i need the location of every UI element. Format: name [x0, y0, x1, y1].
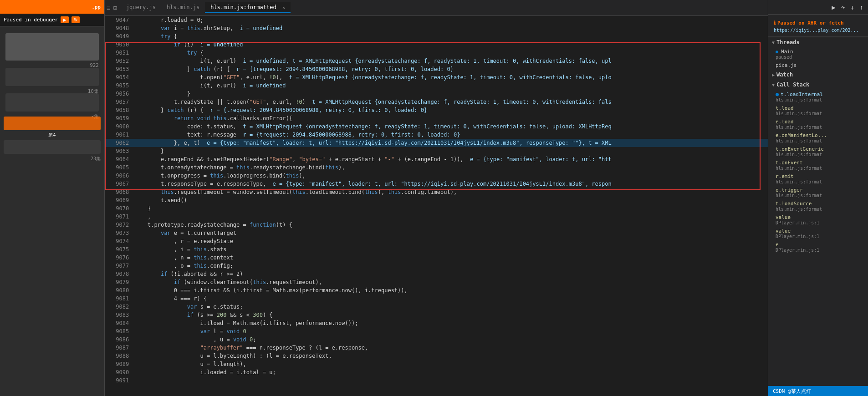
call-stack-item-3[interactable]: e.load hls.min.js:format [768, 117, 868, 131]
line-number: 9075 [105, 245, 134, 254]
line-content: 4 === r) { [134, 294, 768, 303]
tab-hls-formatted[interactable]: hls.min.js:formatted ✕ [205, 2, 291, 13]
line-number: 9056 [105, 90, 134, 98]
line-number: 9082 [105, 303, 134, 311]
call-stack-item-9[interactable]: t.loadSource hls.min.js:format [768, 199, 868, 213]
debugger-bar: Paused in debugger ▶ ↻ [0, 14, 104, 26]
step-over-icon[interactable]: ↷ [840, 3, 846, 12]
sidebar-item-2: 10集 [4, 65, 101, 89]
tab-hls-min[interactable]: hls.min.js [161, 2, 205, 13]
table-row: 9080 0 === i.tfirst && (i.tfirst = Math.… [105, 286, 768, 294]
call-stack-item-10[interactable]: value DPlayer.min.js:1 [768, 213, 868, 227]
line-number: 9081 [105, 294, 134, 303]
debugger-label: Paused in debugger [4, 17, 58, 23]
call-stack-header[interactable]: ▼ Call Stack [768, 80, 868, 90]
line-number: 9089 [105, 360, 134, 368]
table-row: 9055 i(t, e.url) i = undefined [105, 81, 768, 90]
call-stack-chevron: ▼ [772, 82, 775, 87]
watch-header[interactable]: ▶ Watch [768, 70, 868, 80]
line-number: 9088 [105, 352, 134, 360]
table-row: 9053 } catch (r) { r = {trequest: 2094.8… [105, 65, 768, 73]
line-content: u = l.length), [134, 360, 768, 368]
table-row: 9065 t.onreadystatechange = this.readyst… [105, 163, 768, 172]
code-container[interactable]: 9047 r.loaded = 0; 9048 var i = this.xhr… [105, 16, 768, 396]
call-stack-item-1[interactable]: ● t.loadInternal hls.min.js:format [768, 90, 868, 104]
resume-button[interactable]: ▶ [61, 16, 69, 23]
call-stack-item-2[interactable]: t.load hls.min.js:format [768, 104, 868, 117]
call-stack-item-5[interactable]: t.onEventGeneric hls.min.js:format [768, 145, 868, 158]
call-stack-item-12[interactable]: e DPlayer.min.js:1 [768, 240, 868, 254]
bottom-bar-text: CSDN @某人点灯 [773, 388, 811, 395]
line-content: , o = this.config; [134, 262, 768, 270]
call-stack-func-3: e.load [776, 119, 861, 125]
line-number: 9080 [105, 286, 134, 294]
tab-nav-icon-2: ⊡ [113, 4, 117, 11]
call-stack-func-9: t.loadSource [776, 201, 861, 207]
tab-jquery[interactable]: jquery.js [121, 2, 161, 13]
line-number: 9047 [105, 16, 134, 24]
right-panel-content: ℹ Paused on XHR or fetch https://iqiyi..… [768, 15, 868, 386]
app-header: .pp [0, 0, 104, 14]
line-number: 9068 [105, 188, 134, 196]
line-number: 9070 [105, 204, 134, 213]
line-content: }, e, t) e = {type: "manifest", loader: … [134, 139, 768, 147]
step-into-icon[interactable]: ↓ [849, 3, 855, 12]
thread-main-status: paused [776, 55, 861, 60]
paused-header-text: Paused on XHR or fetch [777, 20, 844, 26]
threads-header[interactable]: ▼ Threads [768, 37, 868, 47]
play-icon[interactable]: ▶ [831, 3, 836, 12]
table-row: 9084 i.tload = Math.max(i.tfirst, perfor… [105, 319, 768, 327]
table-row: 9067 t.responseType = e.responseType, e … [105, 180, 768, 188]
paused-xhr-section: ℹ Paused on XHR or fetch https://iqiyi..… [768, 16, 868, 37]
line-number: 9060 [105, 122, 134, 131]
call-stack-func-7: r.emit [776, 173, 861, 179]
line-content: , n = this.context [134, 254, 768, 262]
call-stack-item-8[interactable]: o.trigger hls.min.js:format [768, 186, 868, 199]
left-sidebar: .pp Paused in debugger ▶ ↻ 922 10集 3集 第4… [0, 0, 105, 396]
threads-chevron: ▼ [772, 40, 775, 45]
table-row: 9086 , u = void 0; [105, 335, 768, 344]
line-content: var e = t.currentTarget [134, 229, 768, 237]
line-content: , u = void 0; [134, 335, 768, 344]
table-row: 9085 var l = void 0 [105, 327, 768, 335]
thread-pica[interactable]: pica.js [768, 61, 868, 70]
line-content: t.onprogress = this.loadprogress.bind(th… [134, 172, 768, 180]
call-stack-item-7[interactable]: r.emit hls.min.js:format [768, 172, 868, 186]
step-out-icon[interactable]: ↑ [859, 3, 864, 12]
call-stack-func-1: t.loadInternal [781, 91, 823, 97]
line-content: , [134, 213, 768, 221]
table-row: 9052 i(t, e.url) i = undefined, t = XMLH… [105, 57, 768, 65]
sidebar-item-1: 922 [4, 30, 101, 64]
line-content: if (!i.aborted && r >= 2) [134, 270, 768, 278]
line-content: code: t.status, t = XMLHttpRequest {onre… [134, 122, 768, 131]
line-content: i.tload = Math.max(i.tfirst, performance… [134, 319, 768, 327]
line-content: } [134, 147, 768, 155]
call-stack-item-4[interactable]: e.onManifestLo... hls.min.js:format [768, 131, 868, 145]
call-stack-file-12: DPlayer.min.js:1 [776, 248, 861, 253]
table-row: 9048 var i = this.xhrSetup, i = undefine… [105, 24, 768, 32]
line-number: 9072 [105, 221, 134, 229]
table-row: 9051 try { [105, 49, 768, 57]
line-number: 9064 [105, 155, 134, 163]
line-number: 9051 [105, 49, 134, 57]
table-row: 9058 } catch (r) { r = {trequest: 2094.8… [105, 106, 768, 114]
call-stack-dot: ● [776, 91, 779, 97]
table-row: 9061 text: r.message r = {trequest: 2094… [105, 131, 768, 139]
thread-main[interactable]: ● Main paused [768, 47, 868, 61]
line-number: 9054 [105, 73, 134, 81]
line-content: } catch (r) { r = {trequest: 2094.845000… [134, 106, 768, 114]
call-stack-item-11[interactable]: value DPlayer.min.js:1 [768, 227, 868, 240]
line-content: t.prototype.readystatechange = function(… [134, 221, 768, 229]
line-content: if (i) i = undefined [134, 41, 768, 49]
line-number: 9048 [105, 24, 134, 32]
line-content: i(t, e.url) i = undefined, t = XMLHttpRe… [134, 57, 768, 65]
table-row: 9088 u = l.byteLength) : (l = e.response… [105, 352, 768, 360]
call-stack-item-6[interactable]: t.onEvent hls.min.js:format [768, 158, 868, 172]
tab-close-icon[interactable]: ✕ [282, 5, 285, 10]
table-row: 9069 t.send() [105, 196, 768, 204]
sidebar-number-1: 922 [90, 62, 99, 68]
step-button[interactable]: ↻ [71, 16, 80, 23]
table-row: 9083 if (s >= 200 && s < 300) { [105, 311, 768, 319]
line-content: var i = this.xhrSetup, i = undefined [134, 24, 768, 32]
table-row: 9072 t.prototype.readystatechange = func… [105, 221, 768, 229]
